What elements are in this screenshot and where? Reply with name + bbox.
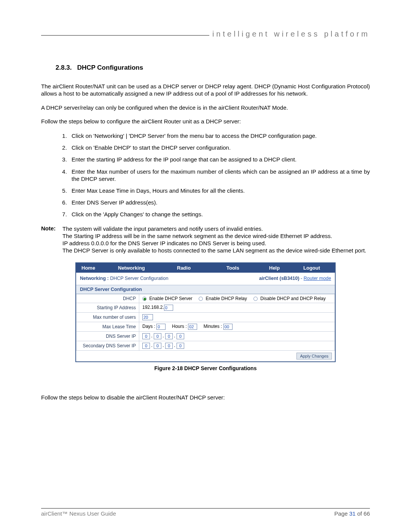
nav-logout[interactable]: Logout	[303, 263, 335, 273]
config-table: DHCP Enable DHCP Server Enable DHCP Rela…	[76, 294, 335, 351]
crumb-section: Networking :	[80, 276, 109, 281]
mode-link[interactable]: Router mode	[304, 276, 331, 281]
dns1-oct1-input[interactable]: 0	[142, 333, 150, 339]
dns2-oct4-input[interactable]: 0	[177, 343, 184, 349]
footer-page-number: Page 31 of 66	[330, 510, 370, 517]
note-label: Note:	[41, 225, 62, 254]
row-value-dhcp: Enable DHCP Server Enable DHCP Relay Dis…	[139, 294, 335, 303]
lease-hours-input[interactable]: 02	[188, 324, 197, 330]
radio-disable-label: Disable DHCP and DHCP Relay	[260, 296, 326, 301]
radio-enable-relay-icon[interactable]	[199, 297, 203, 301]
device-name: airClient (sB3410)	[259, 276, 299, 281]
paragraph: A DHCP server/relay can only be configur…	[41, 104, 370, 112]
lease-days-label: Days :	[142, 324, 155, 329]
dns1-oct4-input[interactable]: 0	[177, 333, 184, 339]
router-config-figure: Home Networking Radio Tools Help Logout …	[75, 262, 336, 362]
max-users-input[interactable]: 20	[142, 314, 153, 320]
step-item: Enter DNS Server IP address(es).	[68, 199, 370, 206]
radio-disable-icon[interactable]	[253, 297, 258, 301]
row-label-lease: Max Lease Time	[76, 322, 139, 332]
note-block: Note: The system will validate the input…	[41, 225, 370, 254]
step-item: Click on 'Networking' | 'DHCP Server' fr…	[68, 132, 370, 139]
nav-radio[interactable]: Radio	[177, 263, 226, 273]
step-list: Click on 'Networking' | 'DHCP Server' fr…	[68, 132, 370, 218]
lease-hours-label: Hours :	[172, 324, 187, 329]
section-heading: 2.8.3. DHCP Configurations	[56, 64, 370, 72]
row-label-dhcp: DHCP	[76, 294, 139, 303]
radio-enable-relay-label: Enable DHCP Relay	[206, 296, 247, 301]
paragraph: Follow the steps below to configure the …	[41, 118, 370, 125]
crumb-page: DHCP Server Configuration	[110, 276, 168, 281]
section-title: DHCP Configurations	[77, 64, 143, 71]
router-navbar: Home Networking Radio Tools Help Logout	[76, 263, 335, 273]
panel-title: DHCP Server Configuration	[76, 285, 335, 294]
step-item: Click on 'Enable DHCP' to start the DHCP…	[68, 144, 370, 151]
radio-enable-server-label: Enable DHCP Server	[149, 296, 192, 301]
start-ip-last-input[interactable]: 0	[164, 305, 173, 311]
nav-home[interactable]: Home	[76, 263, 118, 273]
dns2-oct1-input[interactable]: 0	[142, 343, 150, 349]
header-tagline: intelligent wireless platform	[209, 30, 370, 38]
radio-enable-server-icon[interactable]	[142, 297, 147, 301]
dns1-oct3-input[interactable]: 0	[165, 333, 173, 339]
paragraph: Follow the steps below to disable the ai…	[41, 394, 370, 401]
lease-min-label: Minutes :	[204, 324, 222, 329]
step-item: Enter the Max number of users for the ma…	[68, 168, 370, 182]
section-number: 2.8.3.	[56, 64, 72, 71]
row-label-start-ip: Starting IP Address	[76, 303, 139, 313]
step-item: Enter Max Lease Time in Days, Hours and …	[68, 187, 370, 194]
step-item: Click on the 'Apply Changes' to change t…	[68, 211, 370, 218]
dns1-oct2-input[interactable]: 0	[154, 333, 161, 339]
nav-help[interactable]: Help	[269, 263, 303, 273]
dns2-oct2-input[interactable]: 0	[154, 343, 161, 349]
figure-caption: Figure 2-18 DHCP Server Configurations	[41, 365, 370, 371]
row-label-max-users: Max number of users	[76, 313, 139, 322]
nav-networking[interactable]: Networking	[118, 263, 177, 273]
row-label-dns1: DNS Server IP	[76, 332, 139, 341]
dns2-oct3-input[interactable]: 0	[165, 343, 173, 349]
router-breadcrumb: Networking : DHCP Server Configuration a…	[76, 273, 335, 285]
footer-guide-name: airClient™ Nexus User Guide	[41, 510, 119, 517]
note-body: The system will validate the input param…	[62, 225, 370, 254]
apply-changes-button[interactable]: Apply Changes	[296, 353, 332, 359]
row-label-dns2: Secondary DNS Server IP	[76, 341, 139, 351]
start-ip-prefix: 192.168.2.	[142, 305, 164, 310]
step-item: Enter the starting IP address for the IP…	[68, 156, 370, 163]
lease-days-input[interactable]: 0	[156, 324, 166, 330]
nav-tools[interactable]: Tools	[226, 263, 269, 273]
mode-sep: -	[299, 276, 304, 281]
lease-min-input[interactable]: 00	[223, 324, 233, 330]
paragraph: The airClient Router/NAT unit can be use…	[41, 83, 370, 97]
page-footer: airClient™ Nexus User Guide Page 31 of 6…	[41, 508, 370, 519]
page-header: intelligent wireless platform	[41, 30, 370, 41]
